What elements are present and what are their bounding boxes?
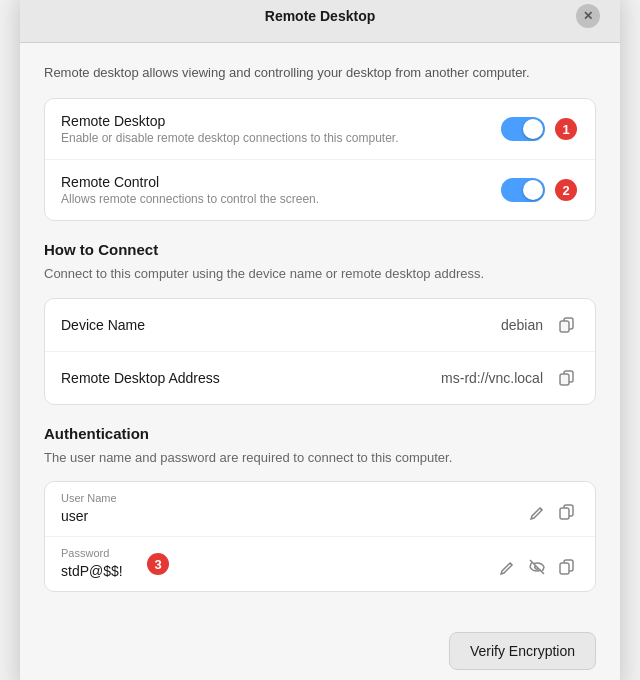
- dialog-content: Remote desktop allows viewing and contro…: [20, 43, 620, 633]
- copy-icon: [559, 559, 575, 575]
- remote-desktop-dialog: Remote Desktop ✕ Remote desktop allows v…: [20, 0, 620, 680]
- copy-icon: [559, 370, 575, 386]
- connect-info-card: Device Name debian Remote Desktop Addres…: [44, 298, 596, 405]
- remote-desktop-label: Remote Desktop: [61, 113, 501, 129]
- toggle-password-visibility-button[interactable]: [525, 555, 549, 579]
- remote-control-desc: Allows remote connections to control the…: [61, 192, 501, 206]
- username-field-name: User Name: [61, 492, 526, 504]
- auth-field-card: User Name user: [44, 481, 596, 592]
- remote-control-label: Remote Control: [61, 174, 501, 190]
- copy-address-button[interactable]: [555, 366, 579, 390]
- remote-desktop-badge: 1: [553, 116, 579, 142]
- copy-icon: [559, 317, 575, 333]
- svg-rect-1: [560, 321, 569, 332]
- password-row: Password stdP@$$! 3: [45, 537, 595, 591]
- remote-control-row: Remote Control Allows remote connections…: [45, 160, 595, 220]
- svg-rect-7: [560, 563, 569, 574]
- copy-icon: [559, 504, 575, 520]
- device-name-label: Device Name: [61, 317, 501, 333]
- remote-desktop-desc: Enable or disable remote desktop connect…: [61, 131, 501, 145]
- toggle-card: Remote Desktop Enable or disable remote …: [44, 98, 596, 221]
- dialog-footer: Verify Encryption: [20, 632, 620, 680]
- username-row: User Name user: [45, 482, 595, 537]
- address-row: Remote Desktop Address ms-rd://vnc.local: [45, 352, 595, 404]
- remote-control-badge: 2: [553, 177, 579, 203]
- address-value: ms-rd://vnc.local: [441, 370, 543, 386]
- pencil-icon: [530, 505, 545, 520]
- title-bar: Remote Desktop ✕: [20, 0, 620, 43]
- remote-control-toggle[interactable]: [501, 178, 545, 202]
- pencil-icon: [500, 560, 515, 575]
- password-badge: 3: [145, 551, 171, 577]
- copy-username-button[interactable]: [555, 500, 579, 524]
- dialog-title: Remote Desktop: [64, 8, 576, 24]
- device-name-row: Device Name debian: [45, 299, 595, 352]
- auth-section-title: Authentication: [44, 425, 596, 442]
- svg-rect-3: [560, 374, 569, 385]
- password-field-name: Password: [61, 547, 496, 559]
- device-name-value: debian: [501, 317, 543, 333]
- close-button[interactable]: ✕: [576, 4, 600, 28]
- copy-password-button[interactable]: [555, 555, 579, 579]
- remote-desktop-row: Remote Desktop Enable or disable remote …: [45, 99, 595, 160]
- connect-section-desc: Connect to this computer using the devic…: [44, 264, 596, 284]
- connect-section-title: How to Connect: [44, 241, 596, 258]
- address-label: Remote Desktop Address: [61, 370, 441, 386]
- svg-rect-5: [560, 508, 569, 519]
- eye-off-icon: [529, 559, 545, 575]
- intro-description: Remote desktop allows viewing and contro…: [44, 63, 596, 83]
- edit-username-button[interactable]: [526, 501, 549, 524]
- remote-desktop-toggle[interactable]: [501, 117, 545, 141]
- password-value: stdP@$$!: [61, 563, 496, 579]
- copy-device-name-button[interactable]: [555, 313, 579, 337]
- edit-password-button[interactable]: [496, 556, 519, 579]
- username-value: user: [61, 508, 526, 524]
- auth-section-desc: The user name and password are required …: [44, 448, 596, 468]
- verify-encryption-button[interactable]: Verify Encryption: [449, 632, 596, 670]
